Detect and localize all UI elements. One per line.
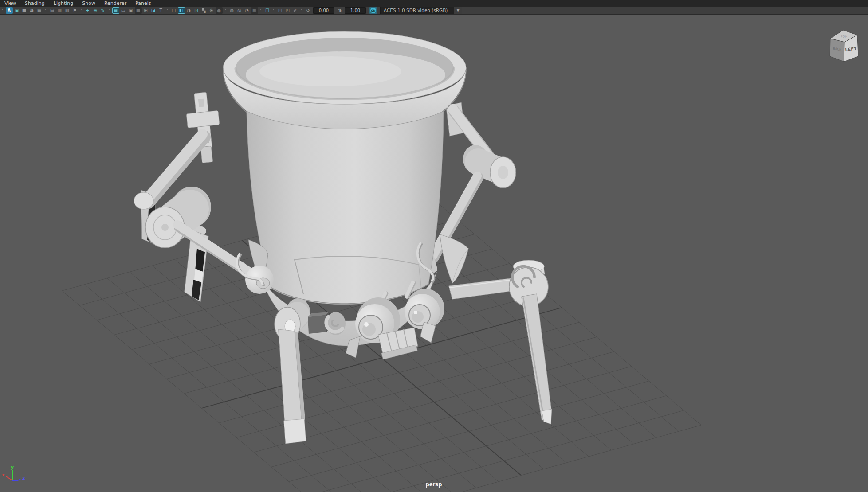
ambient-occlusion-icon[interactable]: ◎ bbox=[236, 7, 243, 14]
grid-toggle-icon[interactable]: ▦ bbox=[112, 7, 119, 14]
resolution-gate-icon[interactable]: ▣ bbox=[127, 7, 134, 14]
film-gate-icon[interactable]: ▭ bbox=[120, 7, 127, 14]
annotation-select-icon[interactable]: A bbox=[6, 7, 13, 14]
gate-mask-icon[interactable]: ■ bbox=[135, 7, 142, 14]
camera-label: persp bbox=[426, 481, 442, 488]
vertex-cube-icon[interactable]: ⊡ bbox=[193, 7, 200, 14]
colorspace-value: ACES 1.0 SDR-video (sRGB) bbox=[384, 7, 448, 14]
exposure-field[interactable]: 0.00 bbox=[313, 7, 334, 14]
toolbar-grip bbox=[273, 8, 274, 13]
on-badge: ON bbox=[370, 8, 376, 13]
gamma-field[interactable]: 1.00 bbox=[345, 7, 366, 14]
toolbar-grip bbox=[2, 8, 3, 13]
bookmark-icon[interactable]: ⚑ bbox=[71, 7, 79, 14]
toolbar-grip bbox=[301, 8, 302, 13]
pencil-tool-icon[interactable]: ✎ bbox=[99, 7, 106, 14]
lasso-select-icon[interactable]: ■ bbox=[21, 7, 28, 14]
viewport-canvas[interactable]: TOP BACK LEFT y x z persp bbox=[0, 15, 868, 492]
menu-item-view[interactable]: View bbox=[0, 0, 20, 7]
marquee-select-icon[interactable]: ▣ bbox=[13, 7, 20, 14]
menu-item-renderer[interactable]: Renderer bbox=[100, 0, 131, 7]
viewport[interactable]: TOP BACK LEFT y x z persp bbox=[0, 15, 868, 492]
shaded-cube-icon[interactable]: ◧ bbox=[178, 7, 185, 14]
axis-z-label: z bbox=[22, 475, 25, 481]
axis-gizmo: y x z bbox=[2, 465, 25, 481]
field-chart-icon[interactable]: ⊞ bbox=[142, 7, 149, 14]
lights-icon[interactable]: ☀ bbox=[208, 7, 215, 14]
paint-select-icon[interactable]: ◕ bbox=[28, 7, 35, 14]
camera-attributes-icon[interactable]: ▧ bbox=[64, 7, 71, 14]
annotate-pen-icon[interactable]: ✐ bbox=[292, 7, 299, 14]
axis-y-label: y bbox=[11, 465, 14, 470]
contrast-icon[interactable]: ◑ bbox=[336, 7, 343, 14]
component-grid-icon[interactable]: ▦ bbox=[36, 7, 43, 14]
render-layers-icon[interactable]: ▩ bbox=[251, 7, 258, 14]
toolbar-grip bbox=[81, 8, 82, 13]
wireframe-cube-icon[interactable]: □ bbox=[170, 7, 177, 14]
motion-blur-icon[interactable]: ◔ bbox=[244, 7, 251, 14]
image-plane-icon[interactable]: ◪ bbox=[150, 7, 157, 14]
dark-sphere-icon[interactable]: ● bbox=[216, 7, 223, 14]
toolbar-grip bbox=[167, 8, 168, 13]
menu-item-lighting[interactable]: Lighting bbox=[49, 0, 78, 7]
menu-item-show[interactable]: Show bbox=[78, 0, 100, 7]
hud-text-icon[interactable]: T bbox=[157, 7, 165, 14]
robot-right-leg bbox=[449, 260, 552, 424]
colorspace-dropdown[interactable]: ACES 1.0 SDR-video (sRGB) ▼ bbox=[380, 7, 462, 14]
robot-front-leg bbox=[279, 329, 306, 444]
shadows-icon[interactable]: ◍ bbox=[228, 7, 236, 14]
camera-lock-icon[interactable]: ▥ bbox=[56, 7, 63, 14]
snapshot-b-icon[interactable]: ◳ bbox=[284, 7, 291, 14]
axis-x-label: x bbox=[2, 472, 5, 478]
snap-move-icon[interactable]: ⊕ bbox=[92, 7, 99, 14]
menu-item-panels[interactable]: Panels bbox=[131, 0, 155, 7]
move-tool-icon[interactable]: + bbox=[84, 7, 91, 14]
snapshot-a-icon[interactable]: ◰ bbox=[277, 7, 284, 14]
menu-item-shading[interactable]: Shading bbox=[20, 0, 49, 7]
toolbar-grip bbox=[260, 8, 261, 13]
robot-bucket-model[interactable] bbox=[134, 31, 552, 444]
color-management-toggle[interactable]: ON bbox=[369, 7, 377, 14]
view-cube[interactable]: TOP BACK LEFT bbox=[830, 30, 858, 62]
textured-sphere-icon[interactable]: ◑ bbox=[185, 7, 192, 14]
viewport-menu-bar: ViewShadingLightingShowRendererPanels bbox=[0, 0, 868, 7]
viewport-toolbar: A▣■◕▦▤▥▧⚑+⊕✎▦▭▣■⊞◪T□◧◑⊡▚☀●◍◎◔▩☐◰◳✐↺ 0.00… bbox=[0, 7, 868, 15]
toolbar-grip bbox=[45, 8, 46, 13]
camera-icon[interactable]: ▤ bbox=[49, 7, 56, 14]
exposure-refresh-icon[interactable]: ↺ bbox=[305, 7, 312, 14]
toolbar-grip bbox=[109, 8, 110, 13]
checker-icon[interactable]: ▚ bbox=[200, 7, 208, 14]
chevron-down-icon: ▼ bbox=[454, 7, 462, 14]
toolbar-grip bbox=[225, 8, 226, 13]
isolate-select-icon[interactable]: ☐ bbox=[264, 7, 271, 14]
